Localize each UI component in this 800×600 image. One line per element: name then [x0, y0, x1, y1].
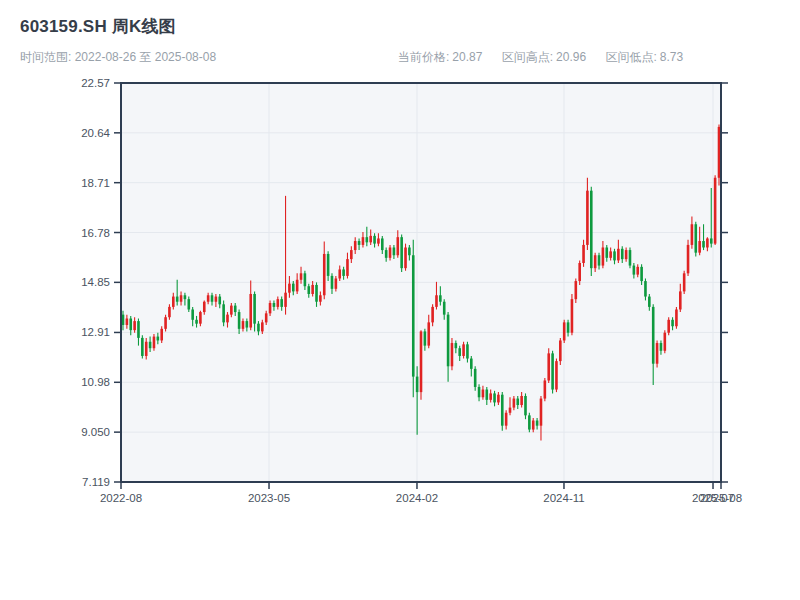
candle-body: [524, 396, 527, 415]
candle-body: [691, 224, 694, 245]
candle: [222, 300, 225, 326]
stat-range-low-label: 区间低点:: [605, 50, 656, 64]
candle-body: [474, 369, 477, 387]
candle-body: [660, 343, 663, 351]
candle: [420, 330, 423, 400]
candle-body: [199, 312, 202, 324]
candle-body: [373, 236, 376, 244]
candle-body: [141, 338, 144, 356]
candle-body: [385, 250, 388, 258]
candle-body: [269, 303, 272, 313]
candle-body: [547, 353, 550, 380]
candle-body: [718, 127, 721, 178]
stat-current-price-value: 20.87: [452, 50, 482, 64]
candle-body: [427, 322, 430, 345]
candle: [551, 351, 554, 394]
candle-body: [253, 294, 256, 324]
candle-body: [296, 280, 299, 292]
candle-body: [702, 241, 705, 247]
candle-body: [234, 306, 237, 312]
candle-body: [404, 247, 407, 268]
candle-body: [350, 250, 353, 259]
candle-body: [644, 281, 647, 296]
candle-body: [265, 313, 268, 322]
candle-body: [602, 247, 605, 265]
candle-body: [338, 269, 341, 278]
candle-body: [311, 285, 314, 294]
price-stats: 当前价格:20.87 区间高点:20.96 区间低点:8.73: [398, 49, 699, 66]
candle-body: [559, 340, 562, 361]
candle-body: [694, 224, 697, 252]
candle-body: [420, 331, 423, 392]
candle: [571, 294, 574, 335]
candle-body: [551, 353, 554, 389]
candle-body: [342, 269, 345, 275]
stat-range-high-label: 区间高点:: [502, 50, 553, 64]
candle-body: [257, 324, 260, 332]
candle: [590, 187, 593, 276]
x-tick-label: 2024-11: [543, 492, 584, 504]
candle: [629, 247, 632, 268]
candle-body: [687, 245, 690, 273]
candle: [528, 413, 531, 432]
candle-body: [482, 390, 485, 398]
candle: [718, 125, 721, 186]
candle-body: [594, 255, 597, 268]
candle: [544, 378, 547, 401]
candle-body: [358, 241, 361, 245]
candle-body: [613, 251, 616, 260]
candle-body: [400, 237, 403, 268]
candle-body: [288, 284, 291, 293]
candle-body: [578, 263, 581, 281]
candle-body: [540, 399, 543, 426]
candle-body: [640, 267, 643, 281]
candle: [400, 235, 403, 272]
candle-body: [609, 251, 612, 257]
candle-body: [439, 295, 442, 301]
candle-body: [191, 309, 194, 319]
candle-body: [187, 299, 190, 309]
y-tick-label: 10.98: [81, 376, 110, 388]
candle-body: [501, 395, 504, 426]
candle-body: [431, 307, 434, 322]
candle-body: [377, 238, 380, 243]
candle: [714, 175, 717, 245]
candle-body: [555, 361, 558, 389]
candle-body: [505, 413, 508, 426]
candle-body: [215, 297, 218, 302]
time-range: 时间范围: 2022-08-26 至 2025-08-08: [20, 49, 216, 66]
candle-body: [466, 344, 469, 358]
candle-body: [126, 319, 129, 325]
y-tick-label: 14.85: [81, 276, 110, 288]
candle-body: [249, 294, 252, 328]
candle-body: [536, 421, 539, 426]
candle-body: [497, 395, 500, 403]
y-tick-label: 18.71: [81, 177, 110, 189]
candle-body: [656, 343, 659, 364]
candle-body: [598, 255, 601, 265]
candle-body: [284, 293, 287, 307]
candle-body: [571, 299, 574, 333]
candle-body: [582, 245, 585, 263]
candle-body: [160, 329, 163, 341]
stat-current-price-label: 当前价格:: [398, 50, 449, 64]
candle-body: [679, 291, 682, 309]
chart-header: 603159.SH 周K线图 时间范围: 2022-08-26 至 2025-0…: [20, 15, 788, 64]
candle: [664, 330, 667, 353]
candle-body: [122, 315, 125, 325]
candle-body: [133, 321, 136, 330]
candle-body: [513, 399, 516, 408]
candle: [555, 359, 558, 393]
candle-body: [153, 337, 156, 349]
candle-body: [145, 342, 148, 356]
y-tick-label: 12.91: [81, 326, 110, 338]
candle-body: [354, 241, 357, 250]
candle-body: [605, 247, 608, 257]
candle-body: [706, 238, 709, 247]
candle-body: [470, 359, 473, 369]
candle-body: [648, 297, 651, 307]
candle-body: [230, 306, 233, 315]
candle-body: [184, 295, 187, 299]
candle-body: [304, 273, 307, 286]
candle-body: [489, 393, 492, 399]
